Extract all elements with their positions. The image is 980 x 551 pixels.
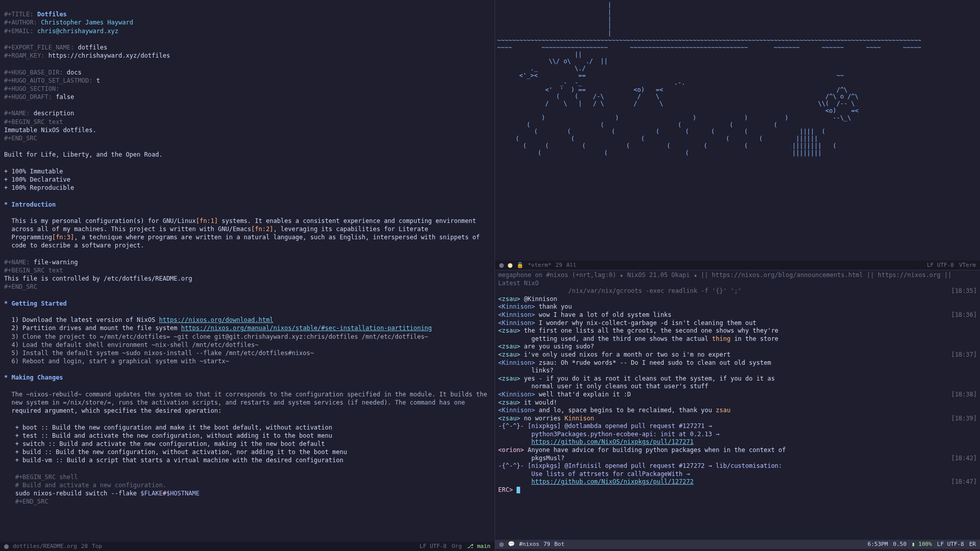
- modeline-vterm[interactable]: 🔒 *vterm* 29 All LF UTF-8 VTerm: [495, 261, 980, 270]
- tagline: Built for Life, Liberty, and the Open Ro…: [4, 151, 163, 158]
- mc-hash: #: [163, 490, 166, 497]
- nick-l11: <zsau>: [498, 399, 520, 406]
- mc-flake: $FLAKE: [140, 490, 162, 497]
- mc-b1: + boot :: Build the new configuration an…: [4, 424, 332, 431]
- hugo-draft-val: false: [56, 93, 74, 101]
- hi-l12: zsau: [716, 407, 730, 414]
- gs4: 4) Load the default shell environment ~n…: [4, 341, 259, 348]
- org-buffer-pane[interactable]: #+TITLE: Dotfiles #+AUTHOR: Christopher …: [0, 0, 495, 551]
- tm-l16: [18:47]: [941, 478, 977, 486]
- state-dot-icon: [499, 542, 504, 547]
- heading-intro[interactable]: * Introduction: [4, 201, 56, 208]
- text-l16: [nixpkgs] @Infinisil opened pull request…: [524, 462, 782, 469]
- tm-l13: [18:39]: [941, 415, 977, 423]
- intro-line2a: across all of my machines. This project …: [4, 226, 251, 233]
- ml-enc-erc: LF UTF-8: [937, 541, 964, 548]
- desc-body: Immutable NixOS dotfiles.: [4, 127, 96, 134]
- begin-src-text: #+BEGIN_SRC text: [4, 118, 63, 126]
- gs2-link[interactable]: https://nixos.org/manual/nixos/stable/#s…: [181, 324, 432, 332]
- ml-pos-vterm: All: [567, 262, 577, 269]
- modeline-erc[interactable]: 💬 #nixos 79 Bot 6:53PM 0.50 ▮ 100% LF UT…: [495, 540, 980, 549]
- hugo-lastmod-key: #+HUGO_AUTO_SET_LASTMOD:: [4, 77, 92, 84]
- text-l16b: Use lists of attrsets for callPackageWit…: [498, 470, 690, 478]
- ml-mode-vterm: VTerm: [959, 262, 976, 269]
- hugo-section-key: #+HUGO_SECTION:: [4, 85, 59, 92]
- prop-title-val: Dotfiles: [37, 11, 67, 18]
- name-warn-val: file-warning: [34, 259, 78, 266]
- fn2[interactable]: [fn:2]: [251, 226, 273, 233]
- gs5: 5) Install the default system ~sudo nixo…: [4, 349, 314, 357]
- text-l5b2: in the store: [730, 335, 778, 342]
- hi-l13: Kinnison: [565, 415, 594, 422]
- state-dot-icon: [4, 544, 9, 549]
- link-l14[interactable]: https://github.com/NixOS/nixpkgs/pull/12…: [531, 438, 694, 445]
- gs1-link[interactable]: https://nixos.org/download.html: [159, 316, 273, 323]
- chat-icon: 💬: [508, 541, 515, 548]
- ml-rows-vterm: 29: [555, 262, 562, 269]
- ml-branch: main: [477, 543, 491, 549]
- text-l15b: pkgsMusl?: [498, 455, 565, 462]
- state-dot-icon: [499, 263, 504, 268]
- ml-file: dotfiles/README.org: [13, 543, 77, 550]
- nick-l8: <Kinnison>: [498, 359, 535, 366]
- ml-batt: 100%: [918, 541, 932, 547]
- ml-enc: LF UTF-8: [420, 543, 447, 550]
- text-l3: wow I have a lot of old system links: [535, 311, 671, 318]
- bullet2: + 100% Declarative: [4, 176, 70, 183]
- nick-l6: <zsau>: [498, 343, 520, 350]
- name-desc-val: description: [34, 110, 74, 117]
- ml-name-erc: #nixos: [519, 541, 540, 548]
- text-l5: the first one lists all the gcroots, the…: [520, 327, 778, 334]
- nick-l4: <Kinnison>: [498, 319, 535, 327]
- tm-l7: [18:37]: [941, 351, 977, 359]
- gs1a: 1) Download the latest version of NixOS: [4, 316, 159, 323]
- text-l4: I wonder why nix-collect-garbage -d isn'…: [535, 319, 756, 327]
- mc1: The ~nixos-rebuild~ command updates the …: [4, 391, 487, 398]
- hugo-base-val: docs: [67, 69, 82, 76]
- mc-b2: + test :: Build and activate the new con…: [4, 432, 332, 439]
- heading-making-changes[interactable]: * Making Changes: [4, 374, 63, 381]
- name-warn-key: #+NAME:: [4, 259, 30, 266]
- text-l9b: normal user it only cleans out that user…: [498, 383, 708, 390]
- hugo-lastmod-val: t: [96, 77, 100, 84]
- hugo-draft-key: #+HUGO_DRAFT:: [4, 93, 52, 101]
- fn3[interactable]: [fn:3]: [52, 234, 74, 241]
- link-l16[interactable]: https://github.com/NixOS/nixpkgs/pull/12…: [531, 478, 694, 485]
- erc-cursor[interactable]: [517, 487, 520, 493]
- fn1[interactable]: [fn:1]: [196, 217, 218, 224]
- hugo-base-key: #+HUGO_BASE_DIR:: [4, 69, 63, 76]
- ml-pos-erc: Bot: [554, 541, 565, 548]
- git-branch-icon: ⎇ main: [467, 543, 491, 550]
- ml-time: 6:53PM: [868, 541, 888, 548]
- modeline-left[interactable]: dotfiles/README.org 28 Top LF UTF-8 Org …: [0, 542, 495, 551]
- nick-l2: <Kinnison>: [498, 303, 535, 310]
- ml-name-vterm: *vterm*: [528, 262, 551, 269]
- ml-enc-vterm: LF UTF-8: [927, 262, 954, 269]
- vterm-pane[interactable]: | | | | | ~~~~~~~~~~~~~~~~~~~~~~~~~~~~~~…: [495, 0, 980, 270]
- intro-line1a: This is my personal configuration(s) for…: [4, 217, 196, 224]
- mc-begin: #+BEGIN_SRC shell: [4, 473, 78, 481]
- bullet1: + 100% Immutable: [4, 168, 63, 175]
- prop-author-val: Christopher James Hayward: [41, 19, 133, 26]
- prop-export-val: dotfiles: [78, 44, 108, 51]
- intro-line2c: , leveraging its capabilities for Litera…: [273, 226, 428, 233]
- mc-b5: + build-vm :: Build a script that starts…: [4, 457, 344, 464]
- prop-title-key: #+TITLE:: [4, 11, 34, 18]
- prop-author-key: #+AUTHOR:: [4, 19, 37, 26]
- end-src-1: #+END_SRC: [4, 135, 37, 142]
- ml-rows-erc: 79: [544, 541, 550, 548]
- ml-load: 0.50: [893, 541, 907, 548]
- nick-l3: <Kinnison>: [498, 311, 535, 318]
- tm-l3: [18:36]: [941, 311, 977, 319]
- text-l1: @Kinnison: [520, 295, 557, 303]
- erc-buffer[interactable]: megaphone on #nixos (+nrt,lag:0) ⬥ NixOS…: [495, 270, 980, 505]
- nick-l5: <zsau>: [498, 327, 520, 334]
- org-buffer[interactable]: #+TITLE: Dotfiles #+AUTHOR: Christopher …: [0, 0, 495, 516]
- bullet3: + 100% Reproducible: [4, 184, 74, 191]
- tm-l15b: [18:42]: [941, 455, 977, 463]
- erc-pane[interactable]: megaphone on #nixos (+nrt,lag:0) ⬥ NixOS…: [495, 270, 980, 549]
- heading-getting-started[interactable]: * Getting Started: [4, 300, 67, 307]
- battery-icon: ▮ 100%: [912, 541, 932, 548]
- topic4: /nix/var/nix/gcroots -exec readlink -f '…: [498, 287, 742, 294]
- text-l5b: getting used, and the third one shows th…: [498, 335, 712, 342]
